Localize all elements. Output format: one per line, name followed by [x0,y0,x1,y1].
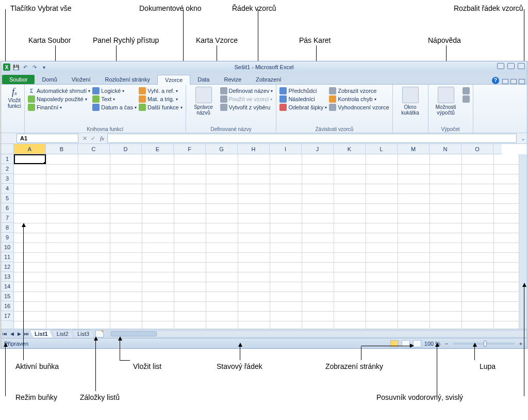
row-header-10[interactable]: 10 [1,243,13,252]
sheet-nav-first[interactable]: ⏮ [1,331,8,336]
save-icon[interactable]: 💾 [12,63,20,71]
tab-insert[interactable]: Vložení [64,75,98,84]
col-header-M[interactable]: M [398,144,430,154]
active-cell-a1[interactable] [14,154,46,164]
sheet-tab-1[interactable]: List1 [30,330,53,337]
tab-home[interactable]: Domů [35,75,64,84]
logical-button[interactable]: Logické [92,87,137,95]
view-page-layout-button[interactable] [402,340,410,347]
lookup-button[interactable]: Vyhl. a ref. [139,87,183,95]
insert-function-button[interactable]: fx Vložit funkci [4,87,25,109]
cancel-icon[interactable]: ✕ [80,135,89,142]
col-header-H[interactable]: H [238,144,270,154]
help-icon[interactable]: ? [492,77,499,84]
tab-view[interactable]: Zobrazení [249,75,289,84]
sheet-nav-next[interactable]: ▶ [15,331,23,336]
show-formulas-button[interactable]: Zobrazit vzorce [329,87,389,95]
doc-close-button[interactable] [519,79,525,84]
close-button[interactable] [518,63,525,69]
recent-button[interactable]: Naposledy použité [28,95,90,103]
qat-dropdown-icon[interactable]: ▾ [40,63,47,71]
row-header-4[interactable]: 4 [1,184,13,193]
tab-review[interactable]: Revize [217,75,249,84]
fx-icon[interactable]: fx [100,135,104,141]
select-all-button[interactable] [1,144,14,154]
financial-button[interactable]: Finanční [28,103,90,111]
formula-input[interactable] [107,134,517,143]
tab-layout[interactable]: Rozložení stránky [98,75,157,84]
row-header-17[interactable]: 17 [1,311,13,321]
col-header-J[interactable]: J [302,144,334,154]
maximize-button[interactable] [507,63,515,69]
autosum-button[interactable]: ΣAutomatické shrnutí [28,87,90,95]
col-header-I[interactable]: I [270,144,302,154]
row-header-6[interactable]: 6 [1,203,13,213]
col-header-G[interactable]: G [206,144,238,154]
tab-file[interactable]: Soubor [2,75,35,84]
text-button[interactable]: Text [92,95,137,103]
undo-icon[interactable]: ↶ [22,63,29,71]
horizontal-scrollbar[interactable] [109,330,527,337]
spreadsheet-grid[interactable] [14,154,519,329]
col-header-B[interactable]: B [46,144,78,154]
col-header-E[interactable]: E [142,144,174,154]
sheet-nav-last[interactable]: ⏭ [23,331,30,336]
col-header-L[interactable]: L [366,144,398,154]
zoom-slider[interactable] [453,343,515,345]
row-header-5[interactable]: 5 [1,193,13,203]
evaluate-formula-button[interactable]: Vyhodnocení vzorce [329,103,389,111]
sheet-tab-3[interactable]: List3 [73,330,94,337]
datetime-button[interactable]: Datum a čas [92,103,137,111]
tab-formulas[interactable]: Vzorce [157,75,190,85]
trace-precedents-button[interactable]: Předchůdci [279,87,327,95]
more-button[interactable]: Další funkce [139,103,183,111]
row-header-15[interactable]: 15 [1,292,13,301]
row-header-12[interactable]: 12 [1,262,13,272]
doc-restore-button[interactable] [510,79,517,84]
row-header-16[interactable]: 16 [1,301,13,311]
name-box[interactable]: A1 [16,134,78,143]
col-header-K[interactable]: K [334,144,366,154]
calc-now-button[interactable] [463,87,470,95]
sheet-nav-prev[interactable]: ◀ [8,331,15,336]
doc-minimize-button[interactable] [502,79,508,84]
vertical-scrollbar[interactable] [519,154,527,329]
trace-dependents-button[interactable]: Následníci [279,95,327,103]
col-header-F[interactable]: F [174,144,206,154]
row-header-14[interactable]: 14 [1,282,13,292]
view-page-break-button[interactable] [413,340,421,347]
row-header-7[interactable]: 7 [1,213,13,223]
math-button[interactable]: Mat. a trig. [139,95,183,103]
zoom-level[interactable]: 100 % [424,341,440,347]
calc-options-button[interactable]: Možnosti výpočtů [432,87,460,116]
row-header-3[interactable]: 3 [1,174,13,184]
enter-icon[interactable]: ✓ [89,135,97,142]
create-from-selection-button[interactable]: Vytvořit z výběru [220,103,273,111]
col-header-A[interactable]: A [14,144,46,154]
row-header-2[interactable]: 2 [1,164,13,174]
calc-sheet-button[interactable] [463,95,470,103]
view-normal-button[interactable] [390,340,399,347]
row-header-11[interactable]: 11 [1,252,13,262]
row-header-9[interactable]: 9 [1,233,13,243]
tab-data[interactable]: Data [190,75,217,84]
error-check-button[interactable]: Kontrola chyb [329,95,389,103]
watch-window-button[interactable]: Okno kukátka [396,87,425,116]
row-header-13[interactable]: 13 [1,272,13,282]
col-header-N[interactable]: N [430,144,461,154]
col-header-C[interactable]: C [78,144,110,154]
use-in-formula-button[interactable]: Použít ve vzorci [220,95,273,103]
expand-formula-bar-button[interactable]: ⌄ [519,135,527,142]
row-header-1[interactable]: 1 [1,154,13,164]
zoom-in-button[interactable]: + [518,341,524,347]
row-header-8[interactable]: 8 [1,223,13,233]
zoom-out-button[interactable]: − [443,341,450,347]
remove-arrows-button[interactable]: Odebrat šipky [279,103,327,111]
define-name-button[interactable]: Definovat název [220,87,273,95]
col-header-O[interactable]: O [461,144,493,154]
insert-sheet-button[interactable] [95,330,104,337]
sheet-tab-2[interactable]: List2 [52,330,73,337]
minimize-button[interactable] [497,63,504,69]
redo-icon[interactable]: ↷ [31,63,38,71]
name-manager-button[interactable]: Správce názvů [189,87,218,116]
